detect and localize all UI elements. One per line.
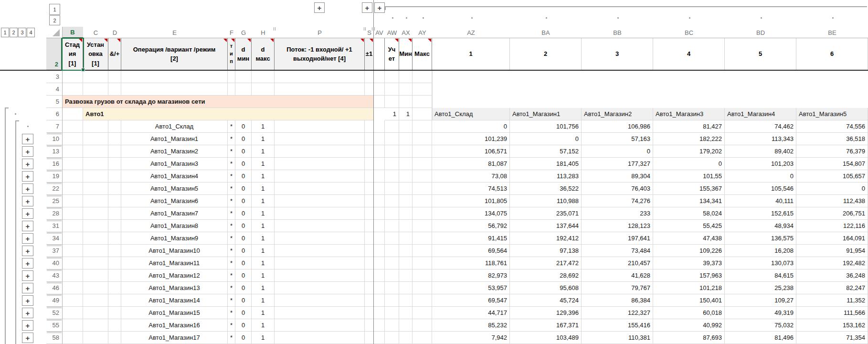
blank-cell[interactable] (385, 282, 399, 294)
matrix-value-cell[interactable]: 101,239 (432, 133, 510, 145)
matrix-value-cell[interactable]: 76,379 (796, 145, 868, 158)
matrix-value-cell[interactable]: 157,963 (653, 269, 725, 282)
blank-cell[interactable] (83, 319, 108, 332)
blank-cell[interactable] (365, 319, 374, 332)
blank-cell[interactable] (62, 269, 83, 282)
matrix-value-cell[interactable]: 0 (725, 170, 796, 183)
blank-cell[interactable] (374, 71, 385, 83)
blank-cell[interactable] (385, 207, 399, 220)
blank-cell[interactable] (374, 133, 385, 145)
matrix-value-cell[interactable]: 130,073 (725, 257, 796, 269)
operation-name-cell[interactable]: Авто1_Магазин10 (121, 245, 228, 257)
header-cell-P[interactable]: Поток: -1 входной/ +1 выходной/нет [4] (275, 38, 365, 70)
row-header-43[interactable]: 43 (46, 269, 62, 282)
header-cell-B[interactable]: Стад ия [1] (62, 38, 83, 70)
header-cell-AZ[interactable]: 1 (432, 38, 510, 70)
operation-name-cell[interactable]: Авто1_Магазин9 (121, 232, 228, 245)
blank-cell[interactable] (374, 183, 385, 195)
row-header-7[interactable]: 7 (46, 120, 62, 133)
blank-cell[interactable] (275, 207, 365, 220)
blank-cell[interactable] (385, 245, 399, 257)
d-min-cell[interactable]: 0 (235, 245, 252, 257)
blank-cell[interactable] (108, 220, 121, 232)
blank-cell[interactable] (385, 195, 399, 207)
blank-cell[interactable] (365, 207, 374, 220)
blank-cell[interactable] (385, 133, 399, 145)
column-letter-BA[interactable]: BA (510, 27, 582, 38)
blank-cell[interactable] (108, 294, 121, 307)
blank-cell[interactable] (62, 145, 83, 158)
row-outline-level-2-button[interactable]: 2 (10, 28, 18, 37)
blank-cell[interactable] (374, 319, 385, 332)
row-group-expand-button-49[interactable]: + (22, 295, 33, 306)
matrix-value-cell[interactable]: 106,571 (432, 145, 510, 158)
matrix-value-cell[interactable]: 75,032 (725, 319, 796, 332)
blank-cell[interactable] (399, 71, 413, 83)
header-cell-C[interactable]: Устан овка [1] (83, 38, 108, 70)
operation-name-cell[interactable]: Авто1_Магазин12 (121, 269, 228, 282)
blank-cell[interactable] (413, 120, 432, 133)
matrix-value-cell[interactable]: 49,319 (725, 307, 796, 319)
d-min-cell[interactable]: 0 (235, 319, 252, 332)
blank-cell[interactable] (83, 207, 108, 220)
matrix-value-cell[interactable]: 155,416 (582, 319, 653, 332)
column-letter-P[interactable]: P (275, 27, 365, 38)
blank-cell[interactable] (275, 257, 365, 269)
d-max-cell[interactable]: 1 (252, 220, 275, 232)
type-cell[interactable]: * (228, 120, 235, 133)
column-letter-AW[interactable]: AW (385, 27, 399, 38)
blank-cell[interactable] (413, 257, 432, 269)
blank-cell[interactable] (374, 120, 385, 133)
blank-cell[interactable] (413, 83, 432, 96)
group-min-cell[interactable]: 1 (399, 108, 413, 120)
row-group-expand-button-16[interactable]: + (22, 159, 33, 169)
d-min-cell[interactable]: 0 (235, 269, 252, 282)
blank-cell[interactable] (62, 170, 83, 183)
matrix-value-cell[interactable]: 192,482 (796, 257, 868, 269)
matrix-value-cell[interactable]: 112,438 (796, 195, 868, 207)
column-group-expand-button-2[interactable]: + (362, 2, 372, 13)
row-group-expand-button-25[interactable]: + (22, 196, 33, 206)
blank-cell[interactable] (413, 245, 432, 257)
blank-cell[interactable] (413, 269, 432, 282)
matrix-value-cell[interactable]: 101,218 (653, 282, 725, 294)
operation-name-cell[interactable]: Авто1_Магазин14 (121, 294, 228, 307)
blank-cell[interactable] (275, 170, 365, 183)
row-group-expand-button-34[interactable]: + (22, 233, 33, 244)
matrix-value-cell[interactable]: 233 (582, 207, 653, 220)
blank-cell[interactable] (275, 319, 365, 332)
matrix-value-cell[interactable]: 150,401 (653, 294, 725, 307)
d-max-cell[interactable]: 1 (252, 319, 275, 332)
blank-cell[interactable] (365, 195, 374, 207)
blank-cell[interactable] (385, 83, 399, 96)
blank-cell[interactable] (385, 232, 399, 245)
matrix-value-cell[interactable]: 36,518 (796, 133, 868, 145)
blank-cell[interactable] (385, 269, 399, 282)
blank-cell[interactable] (374, 257, 385, 269)
blank-cell[interactable] (62, 332, 83, 344)
matrix-value-cell[interactable]: 110,988 (510, 195, 582, 207)
blank-cell[interactable] (108, 282, 121, 294)
blank-cell[interactable] (365, 120, 374, 133)
row-group-expand-button-58[interactable]: + (22, 333, 33, 343)
d-min-cell[interactable]: 0 (235, 145, 252, 158)
matrix-value-cell[interactable]: 167,371 (510, 319, 582, 332)
blank-cell[interactable] (365, 245, 374, 257)
type-cell[interactable]: * (228, 307, 235, 319)
row-group-expand-button-40[interactable]: + (22, 258, 33, 269)
matrix-value-cell[interactable]: 153,162 (796, 319, 868, 332)
blank-cell[interactable] (108, 245, 121, 257)
column-letter-BC[interactable]: BC (653, 27, 725, 38)
d-max-cell[interactable]: 1 (252, 170, 275, 183)
blank-cell[interactable] (413, 207, 432, 220)
matrix-value-cell[interactable]: 192,412 (510, 232, 582, 245)
blank-cell[interactable] (385, 257, 399, 269)
matrix-value-cell[interactable]: 81,496 (725, 332, 796, 344)
blank-cell[interactable] (399, 307, 413, 319)
matrix-value-cell[interactable]: 164,091 (796, 232, 868, 245)
type-cell[interactable]: * (228, 319, 235, 332)
matrix-value-cell[interactable]: 74,513 (432, 183, 510, 195)
blank-cell[interactable] (413, 170, 432, 183)
row-header-58[interactable]: 58 (46, 332, 62, 344)
blank-cell[interactable] (374, 158, 385, 170)
